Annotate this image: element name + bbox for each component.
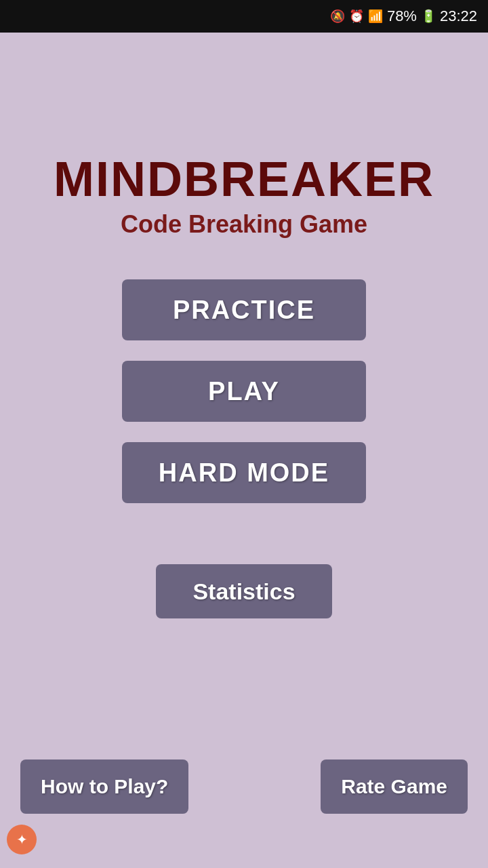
status-icons: 🔕 ⏰ 📶 78% 🔋 23:22	[330, 7, 477, 25]
alarm-icon: ⏰	[349, 9, 364, 24]
bottom-buttons-row: How to Play? Rate Game	[0, 760, 488, 814]
practice-button[interactable]: PRACTICE	[122, 279, 366, 340]
play-button[interactable]: PLAY	[122, 361, 366, 422]
star-icon: ✦	[16, 831, 28, 848]
main-content: MINDBREAKER Code Breaking Game PRACTICE …	[0, 33, 488, 868]
app-subtitle: Code Breaking Game	[121, 210, 367, 239]
mute-icon: 🔕	[330, 9, 345, 24]
hard-mode-button[interactable]: HARD MODE	[122, 442, 366, 503]
battery-icon: 🔋	[421, 9, 436, 24]
battery-indicator: 78%	[387, 7, 417, 25]
rate-game-button[interactable]: Rate Game	[321, 760, 468, 814]
statistics-button[interactable]: Statistics	[156, 564, 332, 618]
status-bar: 🔕 ⏰ 📶 78% 🔋 23:22	[0, 0, 488, 33]
how-to-play-button[interactable]: How to Play?	[20, 760, 188, 814]
signal-icon: 📶	[368, 9, 383, 24]
floating-icon: ✦	[7, 825, 37, 854]
time-display: 23:22	[440, 7, 477, 25]
app-title: MINDBREAKER	[54, 155, 434, 203]
